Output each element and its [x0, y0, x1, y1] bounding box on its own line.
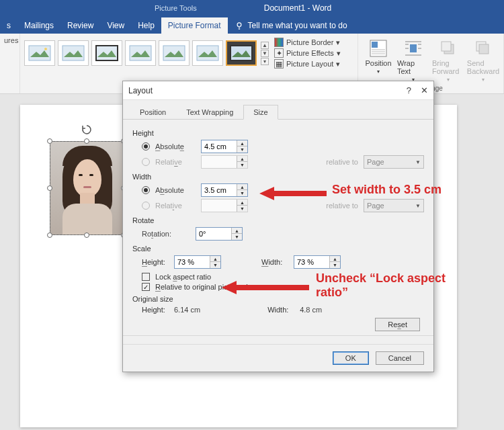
- resize-handle[interactable]: [84, 138, 89, 144]
- style-thumb[interactable]: [125, 40, 156, 66]
- dialog-titlebar[interactable]: Layout ? ✕: [123, 81, 433, 100]
- radio-width-relative[interactable]: [142, 202, 150, 210]
- tab-review[interactable]: Review: [60, 17, 100, 34]
- annotation-arrow-lock: [222, 280, 309, 298]
- close-icon[interactable]: ✕: [421, 85, 428, 95]
- spinner-down-icon[interactable]: ▼: [237, 190, 247, 196]
- spinner-up-icon[interactable]: ▲: [237, 184, 247, 190]
- style-thumb[interactable]: [58, 40, 89, 66]
- style-thumb-selected[interactable]: [226, 40, 257, 66]
- style-thumb[interactable]: [159, 40, 190, 66]
- rotation-input[interactable]: [196, 228, 231, 240]
- spinner-up-icon[interactable]: ▲: [330, 256, 340, 262]
- picture-effects-button[interactable]: ✦Picture Effects ▾: [274, 48, 341, 58]
- spinner-down-icon[interactable]: ▼: [237, 146, 247, 153]
- layout-dialog: Layout ? ✕ Position Text Wrapping Size H…: [122, 81, 434, 372]
- gallery-scroll[interactable]: ▲▼▾: [261, 42, 269, 65]
- tab-help[interactable]: Help: [131, 17, 161, 34]
- dialog-tabs: Position Text Wrapping Size: [123, 100, 433, 120]
- scale-width-input[interactable]: [294, 256, 329, 268]
- titlebar: Picture Tools Document1 - Word: [0, 0, 504, 16]
- reset-button[interactable]: Reset: [375, 318, 420, 331]
- width-absolute-input[interactable]: [202, 184, 237, 196]
- ok-button[interactable]: OK: [333, 351, 369, 365]
- spinner-down-icon[interactable]: ▼: [232, 234, 242, 240]
- border-swatch-icon: [274, 38, 284, 47]
- lightbulb-icon: [235, 21, 244, 30]
- style-thumb[interactable]: [91, 40, 122, 66]
- chevron-down-icon: ▼: [415, 203, 421, 209]
- tab-picture-format[interactable]: Picture Format: [161, 17, 228, 34]
- scale-width-spinner[interactable]: ▲▼: [294, 255, 341, 269]
- checkbox-relative-original[interactable]: ✓: [142, 283, 150, 291]
- svg-rect-10: [372, 42, 378, 48]
- selected-picture[interactable]: [50, 141, 124, 235]
- height-relative-spinner: ▲▼: [201, 155, 248, 169]
- spinner-up-icon[interactable]: ▲: [232, 228, 242, 234]
- resize-handle[interactable]: [84, 232, 89, 238]
- chevron-down-icon: ▼: [415, 159, 421, 165]
- bring-forward-icon: [439, 39, 458, 58]
- picture-layout-button[interactable]: ▦Picture Layout ▾: [274, 59, 341, 69]
- resize-handle[interactable]: [47, 185, 52, 191]
- picture-border-button[interactable]: Picture Border ▾: [274, 38, 341, 47]
- gallery-more-icon[interactable]: ▾: [261, 58, 269, 65]
- cancel-button[interactable]: Cancel: [376, 351, 424, 365]
- bring-forward-button[interactable]: Bring Forward▾: [432, 39, 464, 83]
- tab-position[interactable]: Position: [130, 105, 176, 120]
- radio-height-absolute[interactable]: [142, 142, 150, 150]
- rotation-spinner[interactable]: ▲▼: [196, 227, 243, 241]
- tell-me-search[interactable]: Tell me what you want to do: [228, 17, 354, 34]
- help-icon[interactable]: ?: [407, 85, 411, 95]
- scale-height-input[interactable]: [175, 256, 210, 268]
- chevron-down-icon: ▾: [337, 49, 341, 58]
- tab-partial[interactable]: s: [0, 17, 17, 34]
- annotation-width-text: Set width to 3.5 cm: [332, 183, 442, 197]
- label-orig-width: Width:: [267, 306, 296, 314]
- portrait-image: [50, 142, 123, 234]
- svg-rect-22: [442, 42, 451, 51]
- chevron-down-icon: ▾: [447, 77, 450, 83]
- picture-styles-gallery[interactable]: ▲▼▾ Picture Border ▾ ✦Picture Effects ▾ …: [24, 36, 353, 70]
- style-thumb[interactable]: [24, 40, 55, 66]
- gallery-down-icon[interactable]: ▼: [261, 50, 269, 57]
- tab-text-wrapping[interactable]: Text Wrapping: [176, 105, 243, 120]
- spinner-down-icon[interactable]: ▼: [210, 262, 220, 268]
- svg-rect-5: [130, 46, 151, 60]
- radio-width-absolute[interactable]: [142, 186, 150, 194]
- svg-rect-6: [163, 46, 185, 60]
- resize-handle[interactable]: [47, 138, 52, 144]
- chevron-down-icon: ▾: [377, 69, 380, 75]
- value-orig-width: 4.8 cm: [300, 306, 322, 314]
- tab-mailings[interactable]: Mailings: [17, 17, 60, 34]
- spinner-up-icon[interactable]: ▲: [237, 140, 247, 146]
- document-title: Document1 - Word: [264, 3, 331, 13]
- wrap-text-icon: [404, 39, 423, 58]
- checkbox-lock-aspect-ratio[interactable]: [142, 273, 150, 281]
- position-button[interactable]: Position▾: [362, 39, 394, 83]
- height-absolute-input[interactable]: [202, 140, 237, 153]
- svg-marker-26: [222, 281, 309, 294]
- svg-rect-4: [96, 46, 118, 60]
- style-thumb[interactable]: [192, 40, 223, 66]
- chevron-down-icon: ▾: [336, 60, 340, 69]
- send-backward-button[interactable]: Send Backward▾: [467, 39, 499, 83]
- picture-options: Picture Border ▾ ✦Picture Effects ▾ ▦Pic…: [271, 36, 343, 70]
- scale-height-spinner[interactable]: ▲▼: [174, 255, 221, 269]
- tab-view[interactable]: View: [100, 17, 131, 34]
- height-relative-to-combo: Page▼: [364, 155, 424, 169]
- tab-size[interactable]: Size: [243, 105, 278, 120]
- width-relative-to-combo: Page▼: [364, 199, 424, 212]
- height-absolute-spinner[interactable]: ▲▼: [201, 140, 248, 153]
- gallery-up-icon[interactable]: ▲: [261, 42, 269, 49]
- width-absolute-spinner[interactable]: ▲▼: [201, 183, 248, 197]
- spinner-down-icon[interactable]: ▼: [330, 262, 340, 268]
- resize-handle[interactable]: [47, 232, 52, 238]
- svg-rect-1: [29, 46, 50, 60]
- radio-height-relative[interactable]: [142, 158, 150, 166]
- dialog-title: Layout: [128, 86, 153, 95]
- spinner-up-icon[interactable]: ▲: [210, 256, 220, 262]
- rotate-handle-icon[interactable]: [81, 124, 92, 135]
- wrap-text-button[interactable]: Wrap Text▾: [397, 39, 429, 83]
- ribbon-tabs: s Mailings Review View Help Picture Form…: [0, 16, 504, 34]
